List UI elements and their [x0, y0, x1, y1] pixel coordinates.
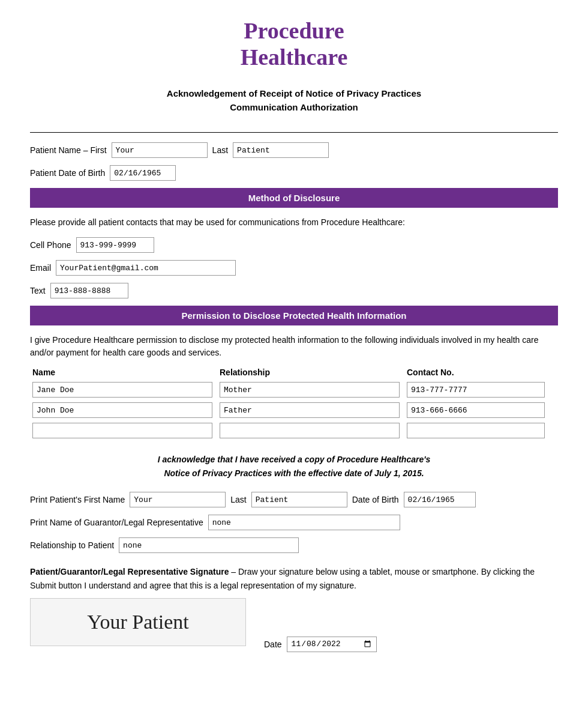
- relationship-input-3[interactable]: [220, 423, 400, 438]
- table-row: [30, 402, 558, 418]
- last-name-label: Last: [212, 145, 228, 155]
- table-header: Name Relationship Contact No.: [30, 368, 558, 377]
- first-name-label: Patient Name – First: [30, 145, 107, 155]
- name-input-2[interactable]: [32, 402, 212, 418]
- dob-label: Patient Date of Birth: [30, 168, 105, 178]
- date-label: Date: [264, 640, 282, 649]
- text-label: Text: [30, 286, 46, 295]
- patient-name-section: Patient Name – First Last Patient Date o…: [30, 142, 558, 181]
- contact-input-2[interactable]: [407, 402, 545, 418]
- signature-box[interactable]: Your Patient: [30, 598, 246, 646]
- name-input-1[interactable]: [32, 382, 212, 398]
- cell-phone-label: Cell Phone: [30, 240, 71, 250]
- col-relationship-header: Relationship: [220, 368, 400, 377]
- col-name-header: Name: [32, 368, 212, 377]
- permission-description: I give Procedure Healthcare permission t…: [30, 334, 558, 359]
- email-label: Email: [30, 263, 51, 273]
- date-input[interactable]: [287, 637, 377, 652]
- guarantor-label: Print Name of Guarantor/Legal Representa…: [30, 518, 203, 527]
- relationship-patient-input[interactable]: [119, 537, 299, 553]
- patient-first-name-input[interactable]: [112, 142, 208, 158]
- print-last-input[interactable]: [251, 492, 347, 507]
- header: Procedure Healthcare: [30, 18, 558, 70]
- method-header: Method of Disclosure: [30, 188, 558, 208]
- print-dob-label: Date of Birth: [352, 495, 399, 504]
- email-row: Email: [30, 260, 558, 276]
- print-dob-input[interactable]: [404, 492, 476, 507]
- text-input[interactable]: [50, 283, 128, 298]
- name-input-3[interactable]: [32, 423, 212, 438]
- sig-label: Patient/Guarantor/Legal Representative S…: [30, 565, 558, 592]
- print-last-label: Last: [230, 495, 246, 504]
- patient-last-name-input[interactable]: [233, 142, 329, 158]
- print-first-input[interactable]: [130, 492, 226, 507]
- table-row: [30, 382, 558, 398]
- print-first-label: Print Patient's First Name: [30, 495, 125, 504]
- acknowledge-text: I acknowledge that I have received a cop…: [30, 453, 558, 480]
- method-description: Please provide all patient contacts that…: [30, 216, 558, 229]
- relationship-input-1[interactable]: [220, 382, 400, 398]
- signature-image: Your Patient: [87, 611, 188, 634]
- brand-name: Procedure Healthcare: [30, 18, 558, 70]
- doc-title: Acknowledgement of Receipt of Notice of …: [30, 87, 558, 114]
- table-row: [30, 423, 558, 438]
- cell-phone-input[interactable]: [76, 237, 154, 253]
- signature-section: Patient/Guarantor/Legal Representative S…: [30, 565, 558, 652]
- print-section: Print Patient's First Name Last Date of …: [30, 492, 558, 553]
- text-row: Text: [30, 283, 558, 298]
- relationship-input-2[interactable]: [220, 402, 400, 418]
- col-contact-header: Contact No.: [407, 368, 545, 377]
- contact-input-1[interactable]: [407, 382, 545, 398]
- sig-date-row: Date: [264, 637, 377, 652]
- cell-phone-row: Cell Phone: [30, 237, 558, 253]
- contact-input-3[interactable]: [407, 423, 545, 438]
- relationship-patient-label: Relationship to Patient: [30, 540, 114, 550]
- email-input[interactable]: [56, 260, 236, 276]
- guarantor-input[interactable]: [208, 515, 400, 530]
- permission-header: Permission to Disclose Protected Health …: [30, 306, 558, 325]
- patient-dob-input[interactable]: [110, 165, 176, 181]
